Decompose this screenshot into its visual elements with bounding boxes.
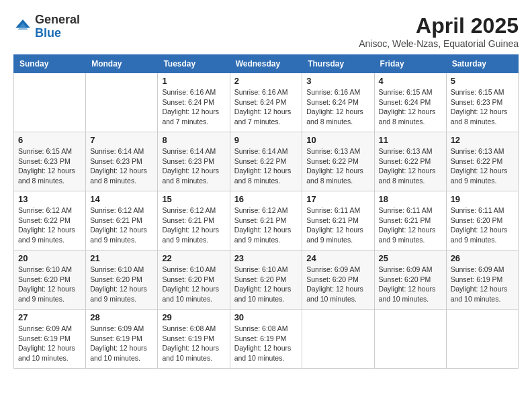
calendar-cell <box>374 310 446 369</box>
calendar-cell: 22Sunrise: 6:10 AM Sunset: 6:20 PM Dayli… <box>158 250 230 310</box>
day-number: 12 <box>451 135 514 145</box>
weekday-header-friday: Friday <box>374 55 446 73</box>
calendar-cell: 30Sunrise: 6:08 AM Sunset: 6:19 PM Dayli… <box>230 310 302 369</box>
calendar-table: SundayMondayTuesdayWednesdayThursdayFrid… <box>13 54 519 369</box>
calendar-cell: 21Sunrise: 6:10 AM Sunset: 6:20 PM Dayli… <box>86 250 158 310</box>
calendar-cell: 4Sunrise: 6:15 AM Sunset: 6:24 PM Daylig… <box>374 73 446 132</box>
day-number: 8 <box>162 135 225 145</box>
day-info: Sunrise: 6:12 AM Sunset: 6:21 PM Dayligh… <box>90 205 153 245</box>
day-number: 1 <box>162 76 225 86</box>
day-number: 20 <box>18 253 81 263</box>
day-info: Sunrise: 6:15 AM Sunset: 6:24 PM Dayligh… <box>379 87 442 127</box>
day-info: Sunrise: 6:11 AM Sunset: 6:20 PM Dayligh… <box>451 205 514 245</box>
day-number: 6 <box>18 135 81 145</box>
calendar-cell: 5Sunrise: 6:15 AM Sunset: 6:23 PM Daylig… <box>446 73 518 132</box>
day-info: Sunrise: 6:14 AM Sunset: 6:23 PM Dayligh… <box>90 146 153 186</box>
day-number: 2 <box>234 76 298 86</box>
calendar-cell: 25Sunrise: 6:09 AM Sunset: 6:20 PM Dayli… <box>374 250 446 310</box>
logo-general-text: General <box>35 13 80 26</box>
calendar-cell: 1Sunrise: 6:16 AM Sunset: 6:24 PM Daylig… <box>158 73 230 132</box>
logo: General Blue <box>13 13 80 40</box>
weekday-header-wednesday: Wednesday <box>230 55 302 73</box>
day-info: Sunrise: 6:16 AM Sunset: 6:24 PM Dayligh… <box>306 87 369 127</box>
day-info: Sunrise: 6:16 AM Sunset: 6:24 PM Dayligh… <box>234 87 298 127</box>
day-number: 9 <box>234 135 298 145</box>
calendar-cell: 29Sunrise: 6:08 AM Sunset: 6:19 PM Dayli… <box>158 310 230 369</box>
day-number: 29 <box>162 312 225 322</box>
day-number: 22 <box>162 253 225 263</box>
day-number: 30 <box>234 312 298 322</box>
weekday-header-row: SundayMondayTuesdayWednesdayThursdayFrid… <box>14 55 519 73</box>
calendar-cell: 15Sunrise: 6:12 AM Sunset: 6:21 PM Dayli… <box>158 191 230 250</box>
calendar-cell: 8Sunrise: 6:14 AM Sunset: 6:23 PM Daylig… <box>158 132 230 191</box>
day-number: 15 <box>162 194 225 204</box>
weekday-header-thursday: Thursday <box>302 55 374 73</box>
day-info: Sunrise: 6:09 AM Sunset: 6:20 PM Dayligh… <box>379 265 442 304</box>
day-number: 19 <box>451 194 514 204</box>
logo-blue-text: Blue <box>35 26 61 40</box>
day-number: 14 <box>90 194 153 204</box>
day-number: 27 <box>18 312 81 322</box>
calendar-cell: 28Sunrise: 6:09 AM Sunset: 6:19 PM Dayli… <box>86 310 158 369</box>
day-number: 4 <box>379 76 442 86</box>
day-info: Sunrise: 6:15 AM Sunset: 6:23 PM Dayligh… <box>451 87 514 127</box>
day-info: Sunrise: 6:11 AM Sunset: 6:21 PM Dayligh… <box>379 205 442 245</box>
day-info: Sunrise: 6:09 AM Sunset: 6:19 PM Dayligh… <box>90 324 153 363</box>
day-info: Sunrise: 6:09 AM Sunset: 6:20 PM Dayligh… <box>306 265 369 304</box>
calendar-cell: 3Sunrise: 6:16 AM Sunset: 6:24 PM Daylig… <box>302 73 374 132</box>
day-info: Sunrise: 6:08 AM Sunset: 6:19 PM Dayligh… <box>234 324 298 363</box>
day-number: 5 <box>451 76 514 86</box>
calendar-cell: 6Sunrise: 6:15 AM Sunset: 6:23 PM Daylig… <box>14 132 86 191</box>
day-info: Sunrise: 6:14 AM Sunset: 6:23 PM Dayligh… <box>162 146 225 186</box>
calendar-cell: 23Sunrise: 6:10 AM Sunset: 6:20 PM Dayli… <box>230 250 302 310</box>
day-info: Sunrise: 6:10 AM Sunset: 6:20 PM Dayligh… <box>18 265 81 304</box>
day-number: 18 <box>379 194 442 204</box>
calendar-cell: 7Sunrise: 6:14 AM Sunset: 6:23 PM Daylig… <box>86 132 158 191</box>
calendar-cell <box>14 73 86 132</box>
day-info: Sunrise: 6:11 AM Sunset: 6:21 PM Dayligh… <box>306 205 369 245</box>
month-year-title: April 2025 <box>359 13 519 38</box>
weekday-header-monday: Monday <box>86 55 158 73</box>
day-info: Sunrise: 6:13 AM Sunset: 6:22 PM Dayligh… <box>451 146 514 186</box>
title-block: April 2025 Anisoc, Wele-Nzas, Equatorial… <box>359 13 519 49</box>
day-number: 16 <box>234 194 298 204</box>
calendar-cell <box>302 310 374 369</box>
calendar-week-row: 6Sunrise: 6:15 AM Sunset: 6:23 PM Daylig… <box>14 132 519 191</box>
day-info: Sunrise: 6:10 AM Sunset: 6:20 PM Dayligh… <box>90 265 153 304</box>
day-info: Sunrise: 6:12 AM Sunset: 6:21 PM Dayligh… <box>162 205 225 245</box>
calendar-cell: 17Sunrise: 6:11 AM Sunset: 6:21 PM Dayli… <box>302 191 374 250</box>
day-info: Sunrise: 6:08 AM Sunset: 6:19 PM Dayligh… <box>162 324 225 363</box>
logo-icon <box>13 17 32 36</box>
day-info: Sunrise: 6:09 AM Sunset: 6:19 PM Dayligh… <box>451 265 514 304</box>
calendar-week-row: 20Sunrise: 6:10 AM Sunset: 6:20 PM Dayli… <box>14 250 519 310</box>
weekday-header-saturday: Saturday <box>446 55 518 73</box>
day-number: 21 <box>90 253 153 263</box>
day-info: Sunrise: 6:13 AM Sunset: 6:22 PM Dayligh… <box>306 146 369 186</box>
calendar-week-row: 1Sunrise: 6:16 AM Sunset: 6:24 PM Daylig… <box>14 73 519 132</box>
calendar-cell <box>86 73 158 132</box>
day-info: Sunrise: 6:12 AM Sunset: 6:22 PM Dayligh… <box>18 205 81 245</box>
day-info: Sunrise: 6:13 AM Sunset: 6:22 PM Dayligh… <box>379 146 442 186</box>
calendar-cell <box>446 310 518 369</box>
day-info: Sunrise: 6:14 AM Sunset: 6:22 PM Dayligh… <box>234 146 298 186</box>
calendar-cell: 11Sunrise: 6:13 AM Sunset: 6:22 PM Dayli… <box>374 132 446 191</box>
calendar-cell: 27Sunrise: 6:09 AM Sunset: 6:19 PM Dayli… <box>14 310 86 369</box>
logo-text: General Blue <box>35 13 80 40</box>
day-number: 24 <box>306 253 369 263</box>
calendar-cell: 26Sunrise: 6:09 AM Sunset: 6:19 PM Dayli… <box>446 250 518 310</box>
weekday-header-tuesday: Tuesday <box>158 55 230 73</box>
calendar-cell: 24Sunrise: 6:09 AM Sunset: 6:20 PM Dayli… <box>302 250 374 310</box>
calendar-cell: 16Sunrise: 6:12 AM Sunset: 6:21 PM Dayli… <box>230 191 302 250</box>
day-number: 7 <box>90 135 153 145</box>
weekday-header-sunday: Sunday <box>14 55 86 73</box>
day-info: Sunrise: 6:09 AM Sunset: 6:19 PM Dayligh… <box>18 324 81 363</box>
day-info: Sunrise: 6:10 AM Sunset: 6:20 PM Dayligh… <box>234 265 298 304</box>
day-number: 3 <box>306 76 369 86</box>
page-header: General Blue April 2025 Anisoc, Wele-Nza… <box>13 13 519 49</box>
day-info: Sunrise: 6:16 AM Sunset: 6:24 PM Dayligh… <box>162 87 225 127</box>
calendar-cell: 10Sunrise: 6:13 AM Sunset: 6:22 PM Dayli… <box>302 132 374 191</box>
day-number: 28 <box>90 312 153 322</box>
calendar-cell: 20Sunrise: 6:10 AM Sunset: 6:20 PM Dayli… <box>14 250 86 310</box>
day-number: 13 <box>18 194 81 204</box>
calendar-cell: 14Sunrise: 6:12 AM Sunset: 6:21 PM Dayli… <box>86 191 158 250</box>
